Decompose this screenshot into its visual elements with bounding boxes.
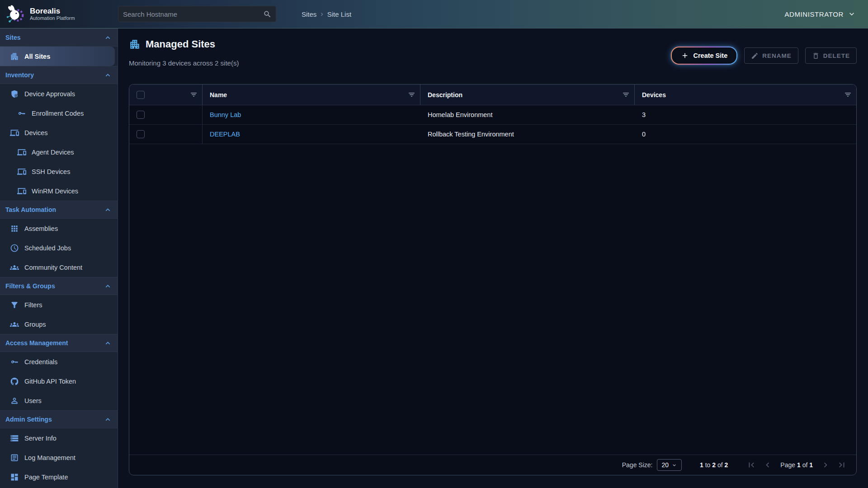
row-cell-name: Bunny Lab: [203, 105, 420, 124]
sidebar-item-scheduled-jobs[interactable]: Scheduled Jobs: [0, 238, 118, 258]
page-size-value: 20: [661, 461, 669, 469]
sidebar-item-assemblies[interactable]: Assemblies: [0, 219, 118, 238]
chevron-up-icon: [104, 415, 112, 424]
page-info-text: Page 1 of 1: [780, 461, 813, 469]
site-link[interactable]: Bunny Lab: [210, 111, 241, 118]
server-icon: [10, 434, 19, 443]
page-current: 1: [797, 461, 801, 469]
sidebar-item-credentials[interactable]: Credentials: [0, 352, 118, 371]
page-size-select[interactable]: 20: [657, 459, 682, 471]
sidebar-section-inventory[interactable]: Inventory: [0, 66, 118, 84]
sidebar-item-agent-devices[interactable]: Agent Devices: [0, 142, 118, 162]
breadcrumb: Sites › Site List: [302, 10, 351, 18]
sidebar-item-label: GitHub API Token: [24, 378, 76, 385]
row-checkbox[interactable]: [137, 130, 145, 138]
select-all-checkbox[interactable]: [137, 91, 145, 99]
sidebar-item-log-management[interactable]: Log Management: [0, 448, 118, 467]
dashboard-icon: [10, 473, 19, 482]
hostname-search: [118, 6, 276, 22]
sidebar-item-all-sites[interactable]: All Sites: [0, 47, 115, 66]
key-icon: [10, 357, 19, 366]
groups-icon: [10, 320, 19, 329]
search-icon: [263, 10, 272, 19]
delete-button[interactable]: DELETE: [805, 47, 857, 64]
sidebar-item-label: Log Management: [24, 454, 75, 461]
sidebar-item-ssh-devices[interactable]: SSH Devices: [0, 162, 118, 181]
next-page-button[interactable]: [821, 460, 830, 470]
breadcrumb-current: Site List: [327, 10, 351, 18]
sidebar-item-groups[interactable]: Groups: [0, 314, 118, 334]
building-icon: [129, 38, 141, 50]
column-label: Description: [428, 91, 462, 99]
filter-icon[interactable]: [844, 91, 852, 99]
groups-icon: [10, 263, 19, 272]
sidebar-item-label: Groups: [24, 321, 46, 328]
chevron-up-icon: [104, 282, 112, 291]
brand-logo[interactable]: Borealis Automation Platform: [0, 4, 118, 24]
row-range-text: 1 to 2 of 2: [700, 461, 728, 469]
sidebar-item-page-template[interactable]: Page Template: [0, 467, 118, 487]
section-label: Task Automation: [5, 206, 56, 213]
filter-icon[interactable]: [190, 91, 198, 99]
sidebar-item-users[interactable]: Users: [0, 391, 118, 410]
page-size-label: Page Size:: [622, 461, 653, 469]
sidebar-item-server-info[interactable]: Server Info: [0, 428, 118, 448]
user-menu[interactable]: ADMINISTRATOR: [784, 9, 868, 19]
table-row[interactable]: Bunny Lab Homelab Environment 3: [129, 105, 856, 125]
sidebar-section-task-automation[interactable]: Task Automation: [0, 201, 118, 219]
sidebar-section-filters-groups[interactable]: Filters & Groups: [0, 277, 118, 295]
sidebar-item-community-content[interactable]: Community Content: [0, 258, 118, 277]
chevron-down-icon: [847, 9, 856, 19]
table-row[interactable]: DEEPLAB Rollback Testing Environment 0: [129, 125, 856, 144]
sidebar-section-admin-settings[interactable]: Admin Settings: [0, 410, 118, 428]
row-cell-name: DEEPLAB: [203, 125, 420, 144]
toolbar: Create Site RENAME DELETE: [671, 47, 857, 65]
filter-icon[interactable]: [408, 91, 415, 99]
sidebar-section-sites[interactable]: Sites: [0, 28, 118, 47]
sidebar-item-winrm-devices[interactable]: WinRM Devices: [0, 181, 118, 201]
chevron-up-icon: [104, 33, 112, 42]
site-link[interactable]: DEEPLAB: [210, 131, 240, 138]
sidebar-item-device-approvals[interactable]: Device Approvals: [0, 84, 118, 103]
section-label: Admin Settings: [5, 416, 52, 423]
filter-icon[interactable]: [622, 91, 630, 99]
breadcrumb-parent[interactable]: Sites: [302, 10, 316, 18]
sidebar-item-github-api-token[interactable]: GitHub API Token: [0, 371, 118, 391]
sidebar-section-access-management[interactable]: Access Management: [0, 334, 118, 352]
person-icon: [10, 396, 19, 405]
log-document-icon: [10, 453, 19, 462]
section-label: Filters & Groups: [5, 282, 55, 290]
shield-check-icon: [10, 89, 19, 99]
chevron-up-icon: [104, 206, 112, 214]
row-cell-description: Rollback Testing Environment: [420, 125, 635, 144]
section-label: Inventory: [5, 71, 34, 79]
github-icon: [10, 377, 19, 386]
devices-icon: [10, 128, 19, 137]
header-cell-devices[interactable]: Devices: [635, 84, 856, 105]
search-input[interactable]: [118, 10, 263, 18]
page-total: 1: [809, 461, 813, 469]
last-page-button[interactable]: [837, 460, 847, 470]
header-cell-description[interactable]: Description: [420, 84, 635, 105]
rename-button[interactable]: RENAME: [744, 47, 798, 64]
devices-icon: [17, 167, 26, 176]
page-header: Managed Sites: [129, 38, 215, 50]
sidebar-item-filters[interactable]: Filters: [0, 295, 118, 314]
header-cell-select: [129, 84, 203, 105]
create-site-button[interactable]: Create Site: [671, 47, 737, 65]
sidebar-item-label: SSH Devices: [32, 168, 70, 175]
grid-icon: [10, 224, 19, 233]
create-site-label: Create Site: [693, 52, 727, 59]
row-checkbox[interactable]: [137, 111, 145, 119]
borealis-app: Borealis Automation Platform Sites › Sit…: [0, 0, 868, 488]
sidebar-item-label: Devices: [24, 129, 48, 136]
chevron-up-icon: [104, 71, 112, 80]
range-of-word: of: [717, 461, 723, 469]
sidebar-item-label: Credentials: [24, 358, 57, 366]
first-page-button[interactable]: [746, 460, 756, 470]
header-cell-name[interactable]: Name: [203, 84, 420, 105]
previous-page-button[interactable]: [763, 460, 773, 470]
sidebar-item-devices[interactable]: Devices: [0, 123, 118, 142]
sidebar-item-enrollment-codes[interactable]: Enrollment Codes: [0, 103, 118, 123]
sidebar-item-label: All Sites: [24, 53, 50, 60]
